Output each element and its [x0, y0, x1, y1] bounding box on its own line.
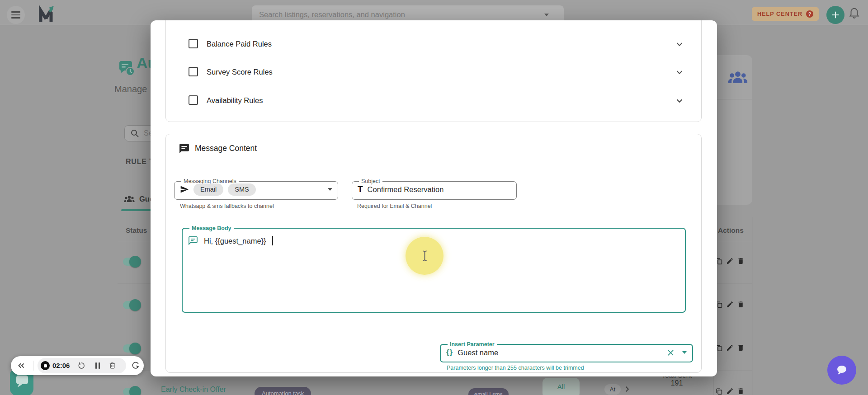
subject-value: Confirmed Reservation: [368, 185, 444, 194]
dropdown-caret-icon[interactable]: [682, 351, 687, 354]
chevron-down-icon[interactable]: [675, 67, 684, 77]
rule-row-survey-score: Survey Score Rules: [166, 61, 702, 83]
message-content-title: Message Content: [195, 144, 257, 153]
screen-recorder-toolbar: 02:06: [11, 356, 144, 375]
screen: Search listings, reservations, and navig…: [0, 0, 868, 395]
insert-parameter-value: Guest name: [458, 348, 498, 357]
text-title-icon: T: [358, 184, 363, 194]
chevron-down-icon[interactable]: [675, 96, 684, 106]
subject-field[interactable]: Subject T Confirmed Reservation: [352, 178, 517, 200]
cursor-click-icon: [131, 361, 140, 370]
message-automation-modal: Balance Paid Rules Survey Score Rules Av…: [151, 20, 717, 376]
rule-checkbox[interactable]: [189, 39, 198, 48]
collapse-toolbar-button[interactable]: [16, 361, 26, 371]
rule-label: Balance Paid Rules: [207, 33, 272, 55]
divider: [33, 361, 33, 371]
message-body-label: Message Body: [189, 225, 234, 231]
message-content-icon: [179, 143, 190, 154]
rule-label: Survey Score Rules: [207, 61, 273, 83]
chevron-down-icon[interactable]: [675, 39, 684, 49]
rule-row-balance-paid: Balance Paid Rules: [166, 33, 702, 55]
text-caret: [272, 236, 273, 245]
recorder-controls: 02:06: [38, 358, 126, 373]
channel-chip-email: Email: [193, 183, 223, 196]
dropdown-caret-icon: [328, 188, 332, 191]
rule-row-availability: Availability Rules: [166, 89, 702, 111]
rule-checkbox[interactable]: [189, 67, 198, 76]
message-content-header: Message Content: [179, 143, 257, 154]
braces-icon: {}: [446, 348, 453, 357]
message-body-value: Hi, {{guest_name}}: [204, 235, 266, 246]
insert-parameter-field[interactable]: Insert Parameter {} Guest name: [440, 341, 693, 362]
recording-time: 02:06: [52, 358, 70, 373]
rule-label: Availability Rules: [207, 89, 263, 111]
subject-label: Subject: [359, 178, 382, 184]
pause-recording-button[interactable]: [94, 362, 101, 369]
subject-helper-text: Required for Email & Channel: [357, 203, 432, 209]
send-icon: [180, 185, 189, 194]
insert-parameter-label: Insert Parameter: [448, 341, 497, 348]
rule-checkbox[interactable]: [189, 95, 198, 105]
messaging-channels-field[interactable]: Messaging Channels Email SMS: [174, 178, 338, 200]
double-chevron-left-icon: [16, 361, 26, 371]
chat-outline-icon: [188, 235, 198, 245]
channel-chip-sms: SMS: [228, 183, 255, 196]
channels-helper-text: Whatsapp & sms fallbacks to channel: [180, 203, 274, 209]
restart-icon: [77, 362, 85, 370]
clear-parameter-button[interactable]: [666, 348, 675, 357]
cursor-highlight-button[interactable]: [131, 361, 140, 370]
restart-recording-button[interactable]: [77, 362, 85, 370]
parameter-helper-text: Parameters longer than 255 characters wi…: [447, 365, 584, 371]
text-cursor-icon: [421, 250, 429, 262]
stop-recording-button[interactable]: [41, 361, 50, 370]
trash-icon: [108, 362, 116, 369]
close-icon: [666, 348, 675, 357]
click-highlight: [406, 237, 443, 275]
discard-recording-button[interactable]: [108, 362, 116, 369]
